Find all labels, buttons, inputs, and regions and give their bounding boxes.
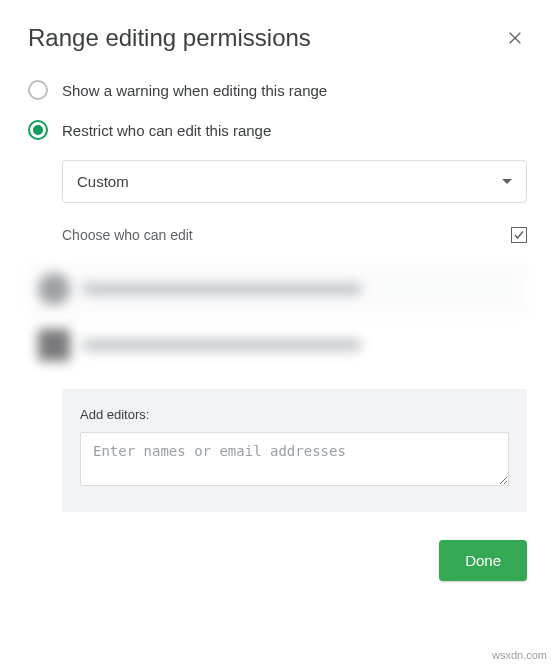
- watermark: wsxdn.com: [492, 649, 547, 661]
- radio-icon: [28, 80, 48, 100]
- done-button[interactable]: Done: [439, 540, 527, 581]
- select-all-checkbox[interactable]: [511, 227, 527, 243]
- avatar: [38, 273, 70, 305]
- radio-restrict[interactable]: Restrict who can edit this range: [28, 120, 527, 140]
- chevron-down-icon: [502, 179, 512, 184]
- radio-icon-selected: [28, 120, 48, 140]
- radio-restrict-label: Restrict who can edit this range: [62, 122, 271, 139]
- radio-warning-label: Show a warning when editing this range: [62, 82, 327, 99]
- radio-show-warning[interactable]: Show a warning when editing this range: [28, 80, 527, 100]
- editor-row[interactable]: [28, 261, 527, 317]
- restrict-mode-select[interactable]: Custom: [62, 160, 527, 203]
- add-editors-label: Add editors:: [80, 407, 509, 422]
- avatar: [38, 329, 70, 361]
- close-icon: [507, 30, 523, 46]
- choose-editors-row: Choose who can edit: [62, 227, 527, 243]
- select-value: Custom: [77, 173, 129, 190]
- editor-list: [28, 261, 527, 373]
- dialog-header: Range editing permissions: [28, 24, 527, 52]
- close-button[interactable]: [503, 26, 527, 50]
- permission-radio-group: Show a warning when editing this range R…: [28, 80, 527, 140]
- restrict-select-wrap: Custom: [62, 160, 527, 203]
- add-editors-section: Add editors:: [62, 389, 527, 512]
- dialog-footer: Done: [28, 540, 527, 581]
- checkmark-icon: [513, 229, 525, 241]
- editor-name: [82, 339, 362, 351]
- editor-row[interactable]: [28, 317, 527, 373]
- dialog-title: Range editing permissions: [28, 24, 311, 52]
- range-permissions-dialog: Range editing permissions Show a warning…: [0, 0, 555, 605]
- editor-name: [82, 283, 362, 295]
- add-editors-input[interactable]: [80, 432, 509, 486]
- choose-editors-label: Choose who can edit: [62, 227, 193, 243]
